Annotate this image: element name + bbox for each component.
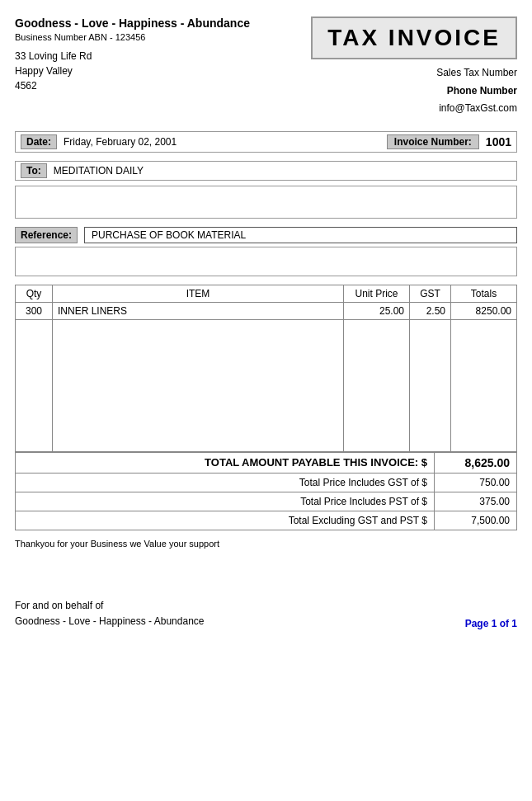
gst-label: Total Price Includes GST of $ [16, 473, 435, 492]
tax-invoice-title: TAX INVOICE [311, 16, 517, 59]
reference-label: Reference: [15, 227, 78, 243]
row-gst: 2.50 [410, 302, 451, 319]
phone-number: Phone Number [436, 82, 517, 101]
invoice-number-section: Invoice Number: 1001 [387, 134, 511, 149]
empty-item [53, 319, 344, 451]
row-qty: 300 [16, 302, 53, 319]
pst-value: 375.00 [435, 492, 517, 511]
totals-table: TOTAL AMOUNT PAYABLE THIS INVOICE: $ 8,6… [15, 452, 517, 530]
date-section: Date: Friday, February 02, 2001 [21, 134, 177, 149]
footer-line2: Goodness - Love - Happiness - Abundance [15, 614, 204, 629]
items-table: Qty ITEM Unit Price GST Totals 300 INNER… [15, 285, 517, 452]
pst-label: Total Price Includes PST of $ [16, 492, 435, 511]
footer-line1: For and on behalf of [15, 598, 204, 614]
sales-tax-number: Sales Tax Number [436, 64, 517, 82]
row-item: INNER LINERS [53, 302, 344, 319]
total-main-row: TOTAL AMOUNT PAYABLE THIS INVOICE: $ 8,6… [16, 452, 517, 473]
excluding-label: Total Excluding GST and PST $ [16, 511, 435, 530]
invoice-number-label: Invoice Number: [387, 134, 479, 149]
reference-value: PURCHASE OF BOOK MATERIAL [84, 227, 517, 243]
abn-line: Business Number ABN - 123456 [15, 32, 311, 42]
col-header-gst: GST [410, 285, 451, 302]
footer-section: For and on behalf of Goodness - Love - H… [15, 598, 517, 629]
date-label: Date: [21, 134, 57, 149]
empty-totals [451, 319, 517, 451]
pst-row: Total Price Includes PST of $ 375.00 [16, 492, 517, 511]
row-unit-price: 25.00 [344, 302, 410, 319]
excluding-value: 7,500.00 [435, 511, 517, 530]
empty-unit-price [344, 319, 410, 451]
spacer-box [15, 186, 517, 219]
company-name: Goodness - Love - Happiness - Abundance [15, 16, 311, 30]
right-info: Sales Tax Number Phone Number info@TaxGs… [436, 64, 517, 118]
col-header-totals: Totals [451, 285, 517, 302]
excluding-row: Total Excluding GST and PST $ 7,500.00 [16, 511, 517, 530]
date-value: Friday, February 02, 2001 [64, 136, 177, 148]
invoice-number-value: 1001 [486, 135, 511, 148]
total-main-label: TOTAL AMOUNT PAYABLE THIS INVOICE: $ [16, 452, 435, 473]
table-header-row: Qty ITEM Unit Price GST Totals [16, 285, 517, 302]
empty-rows [15, 247, 517, 276]
col-header-unit-price: Unit Price [344, 285, 410, 302]
to-row: To: MEDITATION DAILY [15, 161, 517, 181]
email: info@TaxGst.com [436, 100, 517, 118]
empty-gst [410, 319, 451, 451]
gst-value: 750.00 [435, 473, 517, 492]
date-invoice-row: Date: Friday, February 02, 2001 Invoice … [15, 131, 517, 153]
address-line2: Happy Valley [15, 64, 311, 78]
col-header-item: ITEM [53, 285, 344, 302]
right-header-group: TAX INVOICE Sales Tax Number Phone Numbe… [311, 16, 517, 118]
col-header-qty: Qty [16, 285, 53, 302]
to-value: MEDITATION DAILY [54, 165, 144, 177]
total-main-value: 8,625.00 [435, 452, 517, 473]
page-number: Page 1 of 1 [465, 618, 517, 629]
header-section: Goodness - Love - Happiness - Abundance … [15, 16, 517, 118]
reference-row: Reference: PURCHASE OF BOOK MATERIAL [15, 227, 517, 243]
footer-left: For and on behalf of Goodness - Love - H… [15, 598, 204, 629]
address-line3: 4562 [15, 78, 311, 93]
empty-qty [16, 319, 53, 451]
empty-item-row [16, 319, 517, 451]
thank-you: Thankyou for your Business we Value your… [15, 539, 517, 549]
company-info: Goodness - Love - Happiness - Abundance … [15, 16, 311, 93]
row-totals: 8250.00 [451, 302, 517, 319]
to-label: To: [21, 163, 47, 178]
gst-row: Total Price Includes GST of $ 750.00 [16, 473, 517, 492]
table-row: 300 INNER LINERS 25.00 2.50 8250.00 [16, 302, 517, 319]
address-line1: 33 Loving Life Rd [15, 49, 311, 64]
